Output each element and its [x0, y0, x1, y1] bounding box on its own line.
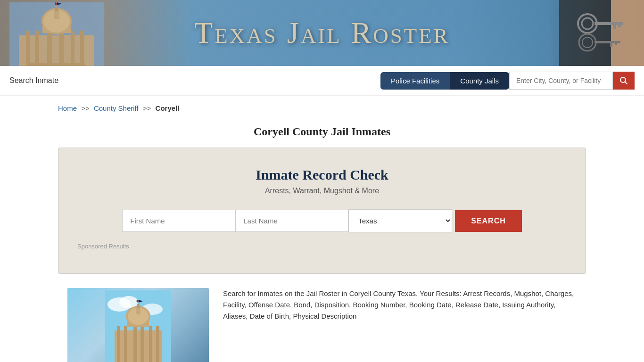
svg-rect-3: [35, 31, 39, 66]
record-check-subtitle: Arrests, Warrant, Mugshot & More: [77, 187, 567, 195]
bottom-description: Search for Inmates on the Jail Roster in…: [223, 288, 577, 322]
svg-rect-17: [28, 63, 85, 66]
header-banner: Texas Jail Roster: [0, 0, 644, 66]
svg-rect-38: [124, 326, 127, 362]
svg-rect-42: [156, 326, 159, 362]
nav-controls: Police Facilities County Jails: [380, 72, 635, 90]
svg-rect-2: [26, 31, 30, 66]
svg-rect-29: [615, 41, 617, 45]
page-title: Coryell County Jail Inmates: [49, 121, 595, 148]
svg-rect-41: [149, 326, 152, 362]
svg-rect-12: [55, 6, 58, 11]
svg-line-31: [625, 82, 627, 84]
county-image: [67, 288, 209, 362]
svg-rect-23: [613, 22, 616, 29]
county-image-svg: [105, 290, 171, 362]
police-facilities-button[interactable]: Police Facilities: [380, 72, 450, 90]
county-jails-button[interactable]: County Jails: [450, 72, 509, 90]
first-name-input[interactable]: [122, 210, 235, 232]
record-check-box: Inmate Record Check Arrests, Warrant, Mu…: [58, 148, 586, 274]
svg-rect-40: [140, 323, 144, 362]
last-name-input[interactable]: [235, 210, 348, 232]
capitol-image: [9, 2, 104, 66]
search-inmate-label: Search Inmate: [9, 76, 58, 85]
svg-rect-7: [80, 31, 84, 66]
facility-search-input[interactable]: [509, 72, 613, 90]
facility-search-button[interactable]: [613, 72, 635, 90]
sponsored-results-label: Sponsored Results: [77, 243, 567, 250]
nav-bar: Search Inmate Police Facilities County J…: [0, 66, 644, 96]
svg-rect-24: [618, 22, 621, 27]
breadcrumb-sep-2: >>: [143, 104, 151, 112]
svg-rect-4: [47, 28, 52, 66]
record-check-title: Inmate Record Check: [77, 167, 567, 183]
inmate-search-button[interactable]: SEARCH: [455, 210, 522, 232]
breadcrumb-home[interactable]: Home: [58, 104, 77, 112]
keys-image: [559, 0, 644, 66]
breadcrumb-sep-1: >>: [81, 104, 90, 112]
svg-rect-39: [133, 323, 137, 362]
bottom-section: Search for Inmates on the Jail Roster in…: [58, 288, 586, 362]
svg-rect-47: [137, 304, 140, 308]
main-content: Home >> County Sheriff >> Coryell Coryel…: [39, 96, 605, 362]
inmate-search-form: Texas Alabama Alaska Arizona Arkansas Ca…: [77, 209, 567, 232]
state-select[interactable]: Texas Alabama Alaska Arizona Arkansas Ca…: [348, 209, 452, 232]
svg-rect-37: [117, 326, 120, 362]
breadcrumb-current: Coryell: [156, 104, 180, 112]
breadcrumb: Home >> County Sheriff >> Coryell: [49, 96, 595, 121]
search-icon: [619, 76, 628, 85]
svg-rect-6: [71, 31, 74, 66]
svg-rect-28: [610, 41, 612, 47]
svg-rect-19: [611, 0, 644, 66]
breadcrumb-county-sheriff[interactable]: County Sheriff: [94, 104, 139, 112]
svg-rect-36: [115, 330, 162, 362]
site-title: Texas Jail Roster: [194, 16, 450, 50]
